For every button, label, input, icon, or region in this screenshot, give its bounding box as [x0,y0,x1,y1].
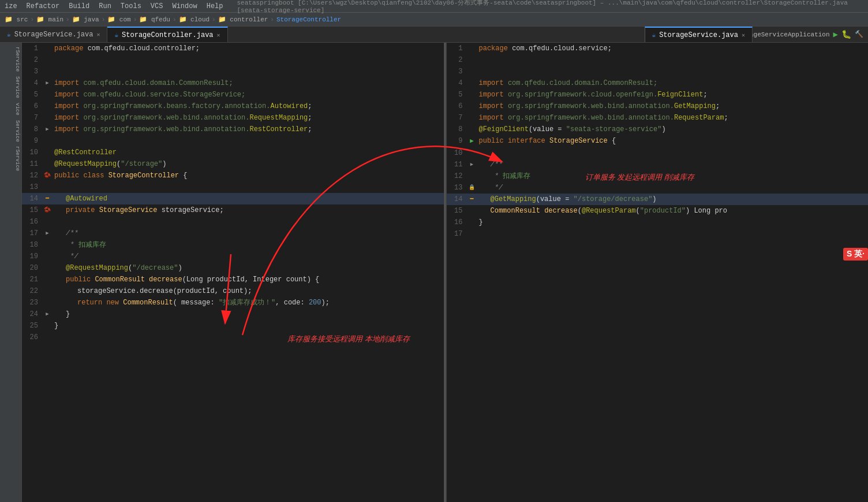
sidebar-item-service1[interactable]: Service [1,75,21,100]
breadcrumb-cloud[interactable]: 📁 cloud [179,16,210,23]
code-line-9: 9 [22,135,444,147]
right-code-line-17: 17 [447,228,869,240]
sidebar-item-rservice2[interactable]: rService [1,144,21,173]
code-line-19: 19 */ [22,251,444,262]
right-code-line-14: 14 ━ @GetMapping(value = "/storage/decre… [447,194,869,205]
breadcrumb-src[interactable]: 📁 src [5,16,28,23]
menu-run[interactable]: Run [99,2,111,10]
tab-close-1[interactable]: ✕ [96,31,100,38]
tab-close-2[interactable]: ✕ [217,32,220,39]
right-code-line-4: 4 import com.qfedu.cloud.domain.CommonRe… [447,77,869,89]
right-code-line-1: 1 package com.qfedu.cloud.service; [447,43,869,54]
menu-refactor[interactable]: Refactor [27,2,60,10]
code-line-10: 10 @RestController [22,147,444,158]
tab-label-controller: StorageController.java [122,31,213,39]
tab-storage-service-right[interactable]: ☕ StorageService.java ✕ [645,27,753,42]
menu-bar: ize Refactor Build Run Tools VCS Window … [0,0,868,13]
right-code-line-15: 15 CommonResult decrease(@RequestParam("… [447,205,869,217]
breadcrumb-controller[interactable]: 📁 controller [218,16,268,23]
code-line-20: 20 @RequestMapping("/decrease") [22,262,444,274]
right-code-line-2: 2 [447,54,869,66]
tab-storage-controller[interactable]: ☕ StorageController.java ✕ [107,27,227,42]
breadcrumb-com[interactable]: 📁 com [107,16,130,23]
code-area-left[interactable]: 1 package com.qfedu.cloud.controller; 2 … [22,43,444,502]
code-line-22: 22 storageService.decrease(productId, co… [22,285,444,297]
code-line-18: 18 * 扣减库存 [22,239,444,251]
code-line-17: 17 ▶ /** [22,228,444,239]
sidebar-item-service2[interactable]: Service [1,118,21,144]
menu-build[interactable]: Build [69,2,89,10]
code-line-3: 3 [22,66,444,77]
code-line-12: 12 🫘 public class StorageController { [22,170,444,181]
right-code-line-11: 11 ▶ /** [447,159,869,170]
menu-window[interactable]: Window [172,2,197,10]
editor-pane-left: 1 package com.qfedu.cloud.controller; 2 … [22,43,444,502]
right-code-line-9: 9 ▶ public interface StorageService { [447,135,869,147]
build-icon[interactable]: 🔨 [855,30,863,39]
sidebar-item-rservice[interactable]: rService [1,45,21,73]
menu-tools[interactable]: Tools [121,2,141,10]
tab-icon-left-1: ☕ [7,31,11,38]
code-line-1: 1 package com.qfedu.cloud.controller; [22,43,444,54]
code-line-11: 11 @RequestMapping("/storage") [22,158,444,170]
tab-icon-controller: ☕ [114,31,118,39]
breadcrumb-main[interactable]: 📁 main [36,16,63,23]
code-line-8: 8 ▶ import org.springframework.web.bind.… [22,124,444,135]
line-num-1: 1 [22,43,43,54]
right-code-line-13: 13 🔒 */ [447,182,869,194]
right-code-line-5: 5 import org.springframework.cloud.openf… [447,89,869,101]
code-line-23: 23 return new CommonResult( message: "扣减… [22,297,444,308]
right-code-line-10: 10 [447,147,869,159]
code-line-13: 13 [22,181,444,193]
right-code-line-12: 12 * 扣减库存 [447,170,869,182]
right-code-line-16: 16 } [447,217,869,228]
breadcrumb-java[interactable]: 📁 java [72,16,99,23]
code-area-right[interactable]: 1 package com.qfedu.cloud.service; 2 3 [447,43,869,502]
tab-storage-service-left[interactable]: ☕ StorageService.java ✕ [0,27,107,42]
tab-icon-right: ☕ [652,31,656,39]
right-code-line-3: 3 [447,66,869,77]
menu-help[interactable]: Help [207,2,223,10]
tab-label-storage-service-right: StorageService.java [659,31,738,39]
code-line-15: 15 🫘 private StorageService storageServi… [22,204,444,216]
right-code-line-8: 8 @FeignClient(value = "seata-storage-se… [447,124,869,135]
sidebar: rService Service vice Service rService [0,43,22,502]
code-line-25: 25 } [22,320,444,332]
tab-close-3[interactable]: ✕ [742,32,745,39]
line-content-1: package com.qfedu.cloud.controller; [52,43,444,54]
code-line-21: 21 public CommonResult decrease(Long pro… [22,274,444,285]
code-line-14: 14 ━ @Autowired [22,193,444,204]
code-line-7: 7 import org.springframework.web.bind.an… [22,112,444,124]
tab-bar: ☕ StorageService.java ✕ ☕ StorageControl… [0,27,868,43]
breadcrumb-qfedu[interactable]: 📁 qfedu [139,16,170,23]
right-code-line-6: 6 import org.springframework.web.bind.an… [447,101,869,112]
code-line-16: 16 [22,216,444,228]
code-line-26: 26 [22,332,444,343]
menu-vcs[interactable]: VCS [151,2,163,10]
sidebar-item-vice[interactable]: vice [1,101,21,117]
main-content: rService Service vice Service rService 1… [0,43,868,502]
run-icon[interactable]: ▶ [833,29,838,39]
right-code-line-7: 7 import org.springframework.web.bind.an… [447,112,869,124]
debug-icon[interactable]: 🐛 [841,29,851,39]
breadcrumb-file[interactable]: StorageController [276,16,341,23]
menu-ize[interactable]: ize [5,2,17,10]
code-line-5: 5 import com.qfedu.cloud.service.Storage… [22,89,444,101]
title-bar-text: seataspringboot [C:\Users\wgz\Desktop\qi… [237,0,864,14]
editor-pane-right: 1 package com.qfedu.cloud.service; 2 3 [446,43,869,502]
code-line-2: 2 [22,54,444,66]
code-line-24: 24 ▶ } [22,308,444,320]
s-badge: S 英· [843,248,868,261]
app-window: ize Refactor Build Run Tools VCS Window … [0,0,868,502]
tab-label-storage-service-left: StorageService.java [14,31,93,39]
breadcrumb: 📁 src › 📁 main › 📁 java › 📁 com › 📁 qfed… [0,13,868,27]
code-line-6: 6 import org.springframework.beans.facto… [22,101,444,112]
editor-container: 1 package com.qfedu.cloud.controller; 2 … [22,43,868,502]
code-line-4: 4 ▶ import com.qfedu.cloud.domain.Common… [22,77,444,89]
